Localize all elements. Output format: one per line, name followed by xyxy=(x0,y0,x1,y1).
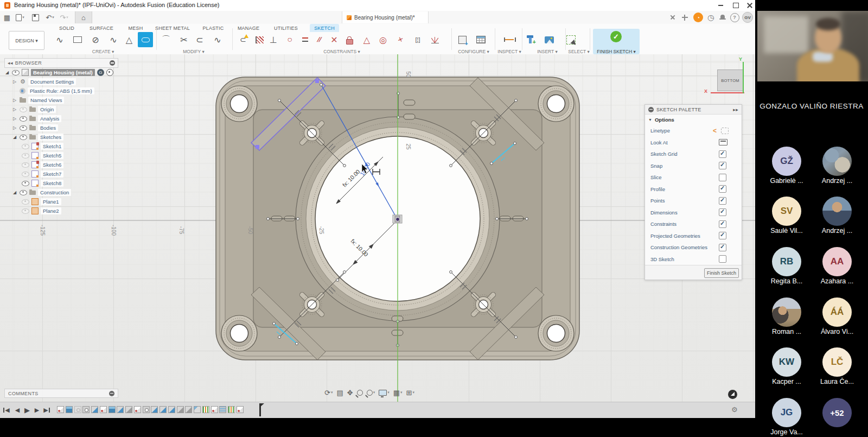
timeline-feature[interactable] xyxy=(228,406,235,413)
fit-icon[interactable]: ▾ xyxy=(367,390,375,396)
timeline-settings-gear-icon[interactable]: ⚙ xyxy=(731,406,738,414)
document-tab[interactable]: Bearing Housing (metal)* xyxy=(342,11,429,23)
curvature-constraint-icon[interactable] xyxy=(427,32,443,47)
browser-item-sketches[interactable]: ◢Sketches xyxy=(4,132,118,142)
coincident-constraint-icon[interactable]: ✕ xyxy=(327,32,342,47)
visibility-eye-icon[interactable] xyxy=(22,208,29,214)
look-at-icon[interactable] xyxy=(719,139,727,145)
browser-minimize-icon[interactable] xyxy=(110,60,115,66)
visibility-eye-icon[interactable] xyxy=(20,116,27,122)
option-look-at[interactable]: Look At xyxy=(645,137,742,149)
option-points[interactable]: Points xyxy=(645,195,742,207)
create-group-label[interactable]: CREATE ▾ xyxy=(81,49,125,54)
save-button[interactable] xyxy=(30,12,40,22)
browser-item-plastic-rule[interactable]: Plastic Rule: ABS (1,5 mm) xyxy=(4,86,118,96)
line-tool-icon[interactable]: ∿ xyxy=(52,32,67,47)
configure-table-icon[interactable] xyxy=(473,32,488,47)
collapse-panel-icon[interactable]: ◂◂ xyxy=(8,60,13,66)
trim-tool-icon[interactable]: ✂ xyxy=(176,32,192,47)
file-menu[interactable]: ▾ xyxy=(14,12,26,22)
viewports-icon[interactable]: ⊞▾ xyxy=(406,389,414,397)
browser-item-sketch5[interactable]: Sketch5 xyxy=(4,151,118,160)
browser-item-construction[interactable]: ◢Construction xyxy=(4,188,118,197)
browser-item-sketch7[interactable]: Sketch7 xyxy=(4,169,118,179)
visibility-eye-icon[interactable] xyxy=(20,107,27,112)
display-settings-icon[interactable]: ▾ xyxy=(379,390,390,396)
pan-icon[interactable]: ✥ xyxy=(347,389,353,397)
visibility-eye-icon[interactable] xyxy=(22,181,29,186)
selection-grip[interactable] xyxy=(315,79,319,83)
timeline-feature[interactable] xyxy=(185,406,192,413)
grid-settings-icon[interactable]: ▦▾ xyxy=(393,389,403,397)
participant-tile[interactable]: Andrzej ... xyxy=(812,147,862,189)
user-avatar[interactable]: GV xyxy=(742,12,753,23)
timeline-first-button[interactable]: ◀ xyxy=(2,406,11,414)
minimize-button[interactable] xyxy=(714,0,727,10)
tab-close-button[interactable] xyxy=(667,12,678,22)
tab-sketch[interactable]: SKETCH xyxy=(310,24,339,32)
option-constraints[interactable]: Constraints xyxy=(645,218,742,230)
modify-group-label[interactable]: MODIFY ▾ xyxy=(172,49,215,54)
speaker-video[interactable]: GONZALO VALIÑO RIESTRA xyxy=(755,0,868,125)
option-linetype[interactable]: Linetype< xyxy=(645,125,742,137)
workspace-selector[interactable]: DESIGN ▾ xyxy=(9,31,44,50)
option-dimensions[interactable]: Dimensions xyxy=(645,207,742,219)
help-icon[interactable]: ? xyxy=(729,12,740,22)
visibility-eye-icon[interactable] xyxy=(12,70,20,75)
polygon-constraint-icon[interactable]: △ xyxy=(359,32,374,47)
checkbox-slice[interactable] xyxy=(719,174,726,181)
browser-item-plane1[interactable]: Plane1 xyxy=(4,197,118,206)
visibility-eye-icon[interactable] xyxy=(22,162,29,168)
home-tab[interactable]: ⌂ xyxy=(75,11,92,23)
maximize-button[interactable] xyxy=(729,0,742,10)
participant-tile[interactable]: AA Azahara ... xyxy=(812,247,862,289)
pattern-hatch-icon[interactable] xyxy=(252,32,267,47)
participant-tile-overflow[interactable]: +52 xyxy=(812,398,862,437)
participant-tile[interactable]: JG Jorge Va... xyxy=(762,398,812,437)
participant-tile[interactable]: ÁÁ Álvaro Vi... xyxy=(812,297,862,340)
select-tool-icon[interactable] xyxy=(563,32,578,47)
browser-item-plane2[interactable]: Plane2 xyxy=(4,206,118,216)
checkbox-snap[interactable] xyxy=(719,162,726,169)
timeline-feature[interactable] xyxy=(177,406,184,413)
new-tab-button[interactable] xyxy=(679,12,690,22)
timeline-feature[interactable] xyxy=(219,406,226,413)
job-history-icon[interactable]: ◷ xyxy=(705,12,716,22)
browser-item-origin[interactable]: ▷Origin xyxy=(4,105,118,114)
offset-tool-icon[interactable]: ⊂ xyxy=(192,32,207,47)
visibility-eye-icon[interactable] xyxy=(20,190,27,195)
undo-button[interactable]: ↶▾ xyxy=(43,12,56,22)
timeline-feature[interactable] xyxy=(202,406,209,413)
participant-tile[interactable]: LČ Laura Če... xyxy=(812,347,862,390)
data-panel-icon[interactable]: ▦ xyxy=(2,12,12,22)
participant-tile[interactable]: Andrzej ... xyxy=(812,197,862,239)
option-3d-sketch[interactable]: 3D Sketch xyxy=(645,254,742,265)
concentric-constraint-icon[interactable]: ◎ xyxy=(375,32,391,47)
timeline-feature[interactable] xyxy=(108,406,116,413)
visibility-eye-icon[interactable] xyxy=(22,144,29,149)
curve-tool-icon[interactable]: ∿ xyxy=(210,32,225,47)
participant-tile[interactable]: KW Kacper ... xyxy=(762,347,812,390)
activate-component-icon[interactable] xyxy=(106,69,113,76)
tangent-constraint-icon[interactable]: ○ xyxy=(282,32,297,47)
timeline-play-button[interactable]: ▶ xyxy=(23,406,31,414)
timeline-feature[interactable] xyxy=(151,406,158,413)
timeline-feature[interactable] xyxy=(211,406,218,413)
comments-panel[interactable]: COMMENTS xyxy=(4,389,118,398)
job-status-badge[interactable]: ◔ xyxy=(693,12,703,22)
browser-item-root[interactable]: ◢ Bearing Housing (metal) G xyxy=(4,68,118,77)
parallel-constraint-icon[interactable]: // xyxy=(311,32,327,47)
checkbox-construction-geometries[interactable] xyxy=(719,244,726,251)
linetype-normal-icon[interactable]: < xyxy=(713,127,717,135)
browser-item-bodies[interactable]: ▷Bodies xyxy=(4,123,118,132)
timeline-feature[interactable] xyxy=(194,406,201,413)
sketch-palette-header[interactable]: SKETCH PALETTE ▸▸ xyxy=(645,105,742,115)
tab-manage[interactable]: MANAGE xyxy=(234,24,263,32)
checkbox-sketch-grid[interactable] xyxy=(719,150,726,158)
checkbox-dimensions[interactable] xyxy=(719,208,726,216)
rectangle-tool-icon[interactable] xyxy=(70,32,85,47)
orbit-icon[interactable]: ⟳▾ xyxy=(324,389,333,397)
palette-expand-icon[interactable]: ▸▸ xyxy=(733,107,738,112)
inspect-group-label[interactable]: INSPECT ▾ xyxy=(488,49,531,54)
linetype-construction-icon[interactable] xyxy=(721,128,729,134)
